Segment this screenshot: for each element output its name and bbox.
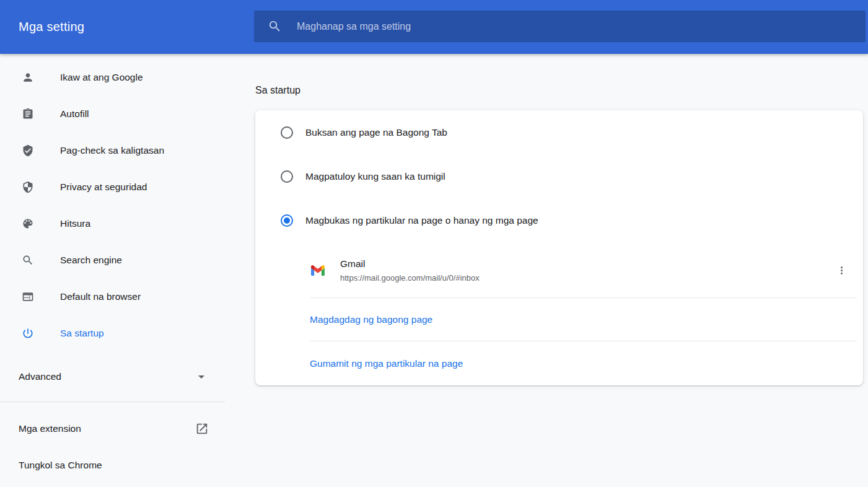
- extensions-label: Mga extension: [19, 423, 81, 434]
- advanced-label: Advanced: [19, 371, 61, 382]
- startup-page-row-gmail: Gmail https://mail.google.com/mail/u/0/#…: [255, 242, 863, 298]
- sidebar-item-default-browser[interactable]: Default na browser: [0, 278, 225, 315]
- sidebar-item-safety-check[interactable]: Pag-check sa kaligtasan: [0, 132, 225, 169]
- browser-window-icon: [22, 291, 34, 303]
- safety-check-shield-icon: [22, 144, 34, 157]
- about-chrome-label: Tungkol sa Chrome: [19, 460, 102, 471]
- option-label: Magbukas ng partikular na page o hanay n…: [305, 215, 538, 226]
- sidebar-item-label: Sa startup: [60, 328, 104, 339]
- sidebar-item-you-and-google[interactable]: Ikaw at ang Google: [0, 59, 225, 95]
- privacy-shield-icon: [22, 181, 34, 193]
- sidebar-item-autofill[interactable]: Autofill: [0, 95, 225, 132]
- sidebar-item-label: Search engine: [60, 255, 122, 266]
- sidebar-item-about-chrome[interactable]: Tungkol sa Chrome: [0, 447, 225, 483]
- on-startup-card: Buksan ang page na Bagong Tab Magpatuloy…: [255, 110, 863, 385]
- search-input[interactable]: [297, 11, 866, 42]
- chrome-settings-page: Mga setting Ikaw at ang Google Autofill: [0, 0, 868, 487]
- option-label: Buksan ang page na Bagong Tab: [305, 127, 447, 138]
- sidebar-item-label: Ikaw at ang Google: [60, 72, 143, 83]
- option-label: Magpatuloy kung saan ka tumigil: [305, 171, 445, 182]
- sidebar-item-label: Default na browser: [60, 291, 141, 302]
- sidebar-divider: [0, 401, 225, 402]
- autofill-icon: [22, 108, 34, 120]
- radio-selected[interactable]: [281, 214, 293, 227]
- sidebar-item-extensions[interactable]: Mga extension: [0, 410, 225, 447]
- search-icon: [22, 254, 34, 266]
- sidebar-item-appearance[interactable]: Hitsura: [0, 205, 225, 242]
- sidebar-footer: Mga extension Tungkol sa Chrome: [0, 410, 225, 483]
- radio-unselected[interactable]: [281, 170, 293, 183]
- arrow-drop-down-icon: [194, 369, 209, 384]
- use-current-pages-link[interactable]: Gumamit ng mga partikular na page: [310, 358, 463, 369]
- startup-page-url: https://mail.google.com/mail/u/0/#inbox: [340, 273, 480, 283]
- sidebar-item-label: Privacy at seguridad: [60, 182, 147, 193]
- power-icon: [22, 327, 34, 340]
- startup-page-info: Gmail https://mail.google.com/mail/u/0/#…: [340, 258, 480, 283]
- open-in-new-icon: [195, 422, 209, 436]
- sidebar-item-label: Hitsura: [60, 218, 90, 229]
- add-new-page-row[interactable]: Magdagdag ng bagong page: [255, 298, 863, 341]
- option-open-specific-pages[interactable]: Magbukas ng partikular na page o hanay n…: [255, 198, 863, 242]
- person-icon: [22, 71, 34, 84]
- settings-search-field[interactable]: [254, 11, 866, 42]
- option-continue-where-left-off[interactable]: Magpatuloy kung saan ka tumigil: [255, 154, 863, 198]
- radio-unselected[interactable]: [281, 126, 293, 139]
- settings-sidebar: Ikaw at ang Google Autofill Pag-check sa…: [0, 54, 225, 483]
- option-open-new-tab[interactable]: Buksan ang page na Bagong Tab: [255, 110, 863, 154]
- use-current-pages-row[interactable]: Gumamit ng mga partikular na page: [255, 341, 863, 385]
- sidebar-item-label: Autofill: [60, 108, 89, 120]
- sidebar-item-label: Pag-check sa kaligtasan: [60, 145, 164, 156]
- sidebar-item-privacy-security[interactable]: Privacy at seguridad: [0, 169, 225, 205]
- sidebar-item-search-engine[interactable]: Search engine: [0, 242, 225, 278]
- startup-page-name: Gmail: [340, 258, 480, 270]
- palette-icon: [22, 217, 34, 230]
- sidebar-advanced-toggle[interactable]: Advanced: [0, 358, 225, 395]
- section-title: Sa startup: [255, 85, 300, 96]
- page-title: Mga setting: [19, 0, 84, 54]
- gmail-icon: [311, 265, 325, 276]
- add-new-page-link[interactable]: Magdagdag ng bagong page: [310, 314, 432, 325]
- sidebar-item-on-startup[interactable]: Sa startup: [0, 315, 225, 351]
- page-options-menu-button[interactable]: [829, 258, 854, 283]
- search-icon: [268, 19, 282, 33]
- more-vert-icon: [836, 265, 848, 276]
- settings-toolbar: Mga setting: [0, 0, 868, 54]
